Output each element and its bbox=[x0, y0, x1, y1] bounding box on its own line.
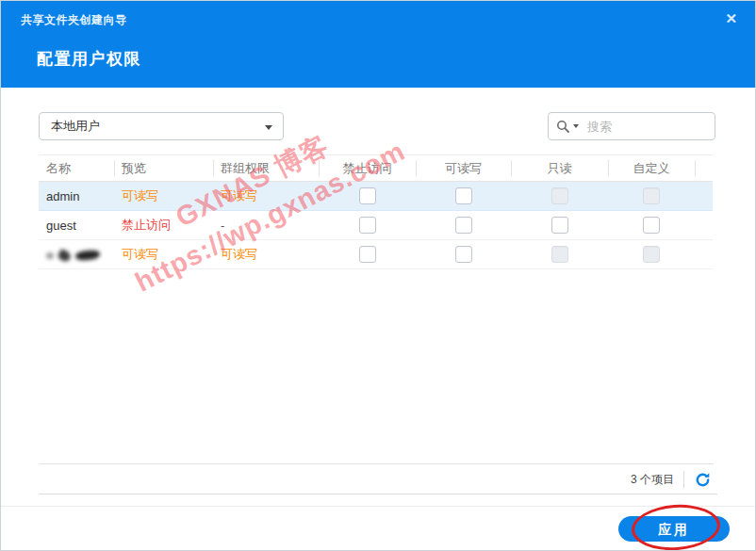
item-count: 3 个项目 bbox=[631, 472, 674, 488]
refresh-icon bbox=[695, 472, 711, 488]
status-divider bbox=[683, 471, 684, 488]
search-input[interactable] bbox=[585, 119, 707, 135]
custom-checkbox[interactable] bbox=[643, 217, 660, 234]
dialog-header: 共享文件夹创建向导 配置用户权限 ✕ bbox=[1, 1, 755, 88]
read-write-checkbox[interactable] bbox=[455, 217, 472, 234]
column-header-preview[interactable]: 预览 bbox=[114, 155, 213, 181]
blurred-username bbox=[39, 246, 114, 264]
table-row-admin[interactable]: admin 可读写 可读写 bbox=[39, 182, 713, 211]
chevron-down-icon bbox=[265, 125, 272, 130]
preview-value: 禁止访问 bbox=[114, 217, 213, 234]
read-write-checkbox[interactable] bbox=[455, 187, 472, 204]
close-icon[interactable]: ✕ bbox=[725, 9, 737, 28]
table-row-blurred-user[interactable]: 可读写 可读写 bbox=[39, 240, 713, 269]
column-header-no-access[interactable]: 禁止访问 bbox=[319, 155, 416, 181]
user-name: guest bbox=[39, 219, 114, 233]
preview-value: 可读写 bbox=[114, 187, 213, 204]
column-header-read-only[interactable]: 只读 bbox=[511, 155, 608, 181]
user-type-dropdown[interactable]: 本地用户 bbox=[39, 112, 284, 140]
censor-blur-blob bbox=[46, 248, 100, 263]
read-only-checkbox bbox=[551, 246, 568, 263]
table-header-row: 名称 预览 群组权限 禁止访问 可读写 只读 自定义 bbox=[39, 154, 713, 182]
refresh-button[interactable] bbox=[694, 471, 711, 488]
user-name: admin bbox=[39, 189, 114, 203]
read-only-checkbox bbox=[551, 187, 568, 204]
shared-folder-wizard-dialog: 共享文件夹创建向导 配置用户权限 ✕ GXNAS 博客 https://wp.g… bbox=[0, 0, 756, 551]
group-permission-value: - bbox=[213, 219, 319, 233]
wizard-title: 共享文件夹创建向导 bbox=[21, 12, 127, 28]
column-header-read-write[interactable]: 可读写 bbox=[416, 155, 511, 181]
search-box[interactable] bbox=[548, 112, 715, 140]
no-access-checkbox[interactable] bbox=[359, 217, 376, 234]
apply-button[interactable]: 应用 bbox=[618, 516, 730, 542]
no-access-checkbox[interactable] bbox=[359, 187, 376, 204]
column-header-custom[interactable]: 自定义 bbox=[608, 155, 695, 181]
group-permission-value: 可读写 bbox=[213, 246, 319, 263]
user-type-selected-value: 本地用户 bbox=[51, 119, 100, 133]
table-row-guest[interactable]: guest 禁止访问 - bbox=[39, 211, 713, 240]
column-header-group[interactable]: 群组权限 bbox=[213, 155, 319, 181]
group-permission-value: 可读写 bbox=[213, 187, 319, 204]
read-only-checkbox[interactable] bbox=[551, 217, 568, 234]
content-bottom-divider bbox=[39, 494, 717, 494]
search-filter-caret-icon[interactable] bbox=[573, 124, 579, 128]
page-title: 配置用户权限 bbox=[37, 48, 141, 70]
no-access-checkbox[interactable] bbox=[359, 246, 376, 263]
preview-value: 可读写 bbox=[114, 246, 213, 263]
custom-checkbox bbox=[643, 246, 660, 263]
read-write-checkbox[interactable] bbox=[455, 246, 472, 263]
column-header-name[interactable]: 名称 bbox=[39, 155, 114, 181]
permissions-table: 名称 预览 群组权限 禁止访问 可读写 只读 自定义 admin 可读写 可读写… bbox=[39, 154, 713, 269]
status-bar: 3 个项目 bbox=[631, 469, 711, 490]
footer-divider bbox=[1, 506, 755, 507]
list-bottom-separator bbox=[39, 463, 714, 464]
custom-checkbox bbox=[643, 187, 660, 204]
search-icon bbox=[556, 120, 570, 134]
column-header-filler bbox=[695, 155, 713, 181]
